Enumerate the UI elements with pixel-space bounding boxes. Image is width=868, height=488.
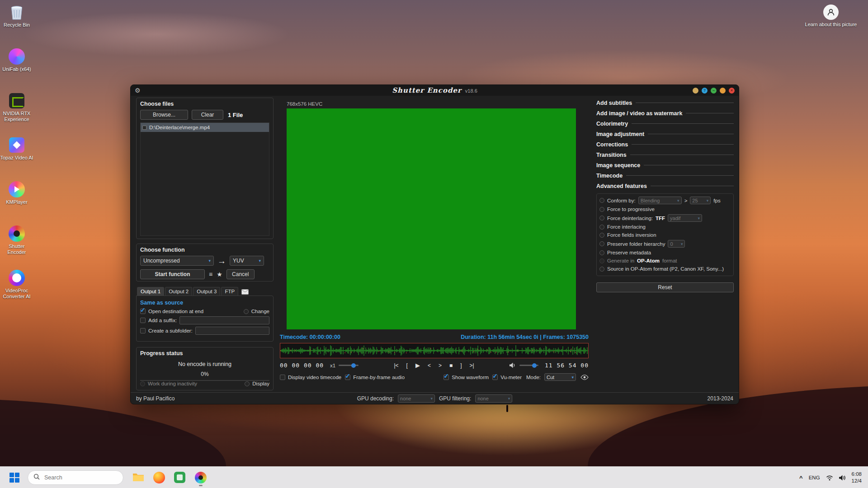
taskbar-search[interactable] [28,470,123,485]
file-row[interactable]: D:\Deinterlace\merge.mp4 [141,123,269,132]
force-progressive-radio[interactable] [599,207,604,212]
mode-select[interactable]: Cut ▾ [544,373,576,381]
file-checkbox[interactable] [142,126,146,130]
speaker-icon[interactable] [839,475,846,481]
change-radio[interactable] [244,309,249,314]
search-input[interactable] [43,474,111,481]
previous-frame-button[interactable]: < [428,362,431,369]
tab-ftp[interactable]: FTP [221,287,238,296]
desktop-icon-unifab[interactable]: UniFab (x64) [0,48,33,72]
section-advanced-features[interactable]: Advanced features [596,181,734,191]
tray-chevron-icon[interactable]: ^ [799,474,803,481]
taskbar-shutter-encoder-icon[interactable] [194,471,207,483]
close-button[interactable]: × [729,88,735,94]
gpu-decoding-select[interactable]: none ▾ [398,394,435,403]
section-add-subtitles[interactable]: Add subtitles [596,98,734,108]
taskbar-firefox-icon[interactable] [153,471,165,483]
desktop-icon-videoproc[interactable]: VideoProc Converter AI [0,269,33,300]
file-list[interactable]: D:\Deinterlace\merge.mp4 [140,122,269,236]
help-button[interactable]: ? [702,88,708,94]
display-checkbox[interactable] [245,381,250,386]
display-timecode-checkbox[interactable] [280,375,285,380]
same-as-source-label[interactable]: Same as source [140,300,269,306]
clear-button[interactable]: Clear [192,110,223,120]
frame-audio-checkbox[interactable] [345,375,350,380]
add-suffix-checkbox[interactable] [140,318,146,323]
taskbar-file-explorer-icon[interactable] [132,471,144,483]
queue-list-icon[interactable]: ≡ [209,271,212,277]
start-function-button[interactable]: Start function [140,269,205,279]
section-transitions[interactable]: Transitions [596,150,734,160]
audio-waveform[interactable] [280,343,589,358]
tab-output-2[interactable]: Output 2 [165,287,192,296]
conform-radio[interactable] [599,198,604,203]
desktop-icon-shutter-encoder[interactable]: Shutter Encoder [0,225,33,255]
window-titlebar[interactable]: ⚙ Shutter Encoder v18.6 ? – × [131,85,739,96]
tff-toggle[interactable]: TFF [656,216,665,221]
clock[interactable]: 6:08 12/4 [852,471,863,484]
mark-in-button[interactable]: [ [406,362,408,369]
mark-out-button[interactable]: ] [460,362,462,369]
section-image-adjustment[interactable]: Image adjustment [596,129,734,139]
stop-button[interactable]: ■ [449,362,453,369]
chevron-down-icon: ▾ [208,258,211,263]
cancel-button[interactable]: Cancel [226,269,255,279]
theme-button[interactable] [693,88,698,94]
reset-button[interactable]: Reset [596,282,734,292]
taskbar-green-app-icon[interactable] [174,471,186,483]
language-indicator[interactable]: ENG [809,475,820,480]
minimize-button[interactable]: – [711,88,717,94]
section-add-watermark[interactable]: Add image / video as watermark [596,108,734,118]
learn-about-picture[interactable]: Learn about this picture [805,5,857,28]
open-destination-checkbox[interactable] [140,309,146,314]
settings-gear-icon[interactable]: ⚙ [135,87,141,94]
vu-meter-checkbox[interactable] [492,375,498,380]
op-atom-label[interactable]: OP-Atom [637,258,660,263]
function-select[interactable]: Uncompressed ▾ [140,256,214,266]
desktop-icon-nvidia[interactable]: NVIDIA RTX Experience [0,92,33,122]
chevron-down-icon: ▾ [681,242,683,246]
go-to-start-button[interactable]: |< [394,362,398,369]
section-colorimetry[interactable]: Colorimetry [596,118,734,129]
next-frame-button[interactable]: > [439,362,442,369]
start-button[interactable] [8,471,21,484]
gpu-filtering-select[interactable]: none ▾ [475,394,512,403]
desktop-icon-kmplayer[interactable]: KMPlayer [0,181,33,205]
subfolder-input[interactable] [195,327,269,335]
go-to-end-button[interactable]: >| [470,362,474,369]
recycle-bin-icon [8,4,25,21]
create-subfolder-label: Create a subfolder: [148,328,193,333]
tab-output-3[interactable]: Output 3 [193,287,220,296]
tab-output-1[interactable]: Output 1 [137,287,164,296]
force-deinterlacing-radio[interactable] [599,216,604,221]
mode-label: Mode: [526,375,541,380]
section-image-sequence[interactable]: Image sequence [596,160,734,170]
desktop-icon-recycle-bin[interactable]: Recycle Bin [0,4,33,28]
preserve-metadata-radio[interactable] [599,250,604,255]
source-op-atom-radio[interactable] [599,267,604,272]
suffix-input[interactable] [179,316,269,324]
wifi-icon[interactable] [826,475,833,481]
force-interlacing-radio[interactable] [599,225,604,230]
volume-icon[interactable] [509,362,516,368]
volume-slider[interactable] [519,365,538,366]
show-waveform-checkbox[interactable] [443,375,449,380]
preview-eye-icon[interactable] [580,375,589,380]
mail-icon[interactable] [241,289,249,296]
play-button[interactable]: ▶ [415,362,420,369]
force-interlacing-label: Force interlacing [607,224,646,230]
section-timecode[interactable]: Timecode [596,170,734,181]
force-fields-inversion-radio[interactable] [599,233,604,238]
section-corrections[interactable]: Corrections [596,139,734,150]
format-select[interactable]: YUV ▾ [230,256,264,266]
preserve-hierarchy-radio[interactable] [599,241,604,246]
favorite-star-icon[interactable]: ★ [217,271,222,277]
browse-button[interactable]: Browse... [140,110,188,120]
chevron-down-icon: ▾ [508,396,510,401]
create-subfolder-checkbox[interactable] [140,328,146,333]
maximize-button[interactable] [720,88,726,94]
choose-function-title: Choose function [140,247,269,253]
desktop-icon-topaz[interactable]: Topaz Video AI [0,136,33,161]
video-preview[interactable] [287,108,576,329]
speed-slider[interactable] [339,365,359,366]
